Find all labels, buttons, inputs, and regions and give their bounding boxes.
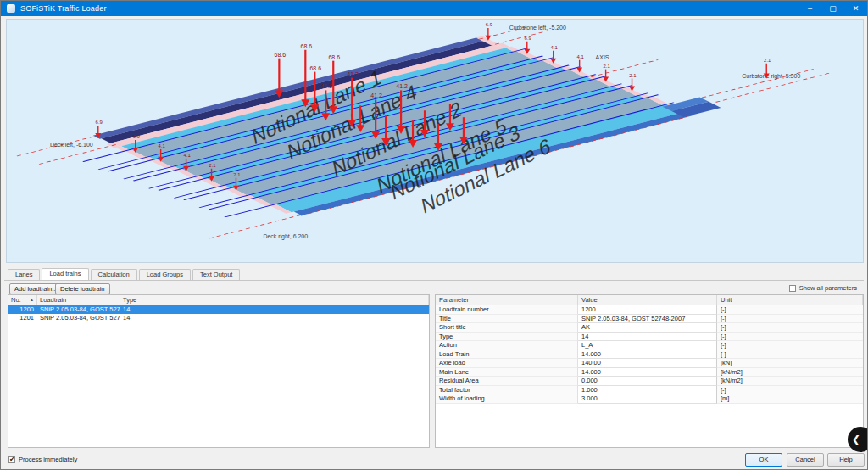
process-immediately[interactable]: ✔ Process immediately [8,456,77,463]
value-cell[interactable]: L_A [578,341,717,350]
show-all-parameters[interactable]: Show all parameters [789,284,857,292]
column-parameter: Parameter [436,295,578,305]
tab-load-groups[interactable]: Load Groups [139,269,191,280]
parameter-table-header: Parameter Value Unit [436,295,863,305]
load-value-label: 2.1 [603,64,610,69]
close-icon[interactable]: ✕ [844,1,867,16]
parameter-row: Load Train14.000[-] [436,350,863,360]
parameter-table[interactable]: Parameter Value Unit Loadtrain number120… [435,294,864,448]
tab-calculation[interactable]: Calculation [91,269,137,280]
cell: 14 [120,305,429,314]
cell: [-] [717,386,863,395]
load-value-label: 4.1 [551,45,559,50]
tab-lanes[interactable]: Lanes [8,269,40,280]
value-cell[interactable]: 14 [578,333,717,342]
load-value-label: 4.1 [158,143,165,148]
footer-divider [4,450,864,450]
value-cell[interactable]: AK [578,323,717,333]
load-value-label: 2.1 [209,163,216,168]
parameter-row: ActionL_A[-] [436,341,863,350]
window-controls: – ▢ ✕ [798,1,867,16]
load-value-label: 68.6 [309,65,321,71]
cell: [-] [717,341,863,350]
delete-loadtrain-button[interactable]: Delete loadtrain [55,283,110,294]
app-icon [7,4,15,13]
load-value-label: 2.1 [629,73,637,78]
value-cell[interactable]: SNiP 2.05.03-84, GOST 52748-2007 [578,315,717,324]
parameter-row: Loadtrain number1200[-] [436,305,863,315]
load-value-label: 68.6 [301,43,313,49]
load-value-label: 68.6 [328,54,340,60]
column-loadtrain[interactable]: Loadtrain [37,295,120,305]
show-all-checkbox[interactable] [789,285,796,292]
tab-load-trains[interactable]: Load trains [42,268,88,280]
cell: Load Train [436,350,578,360]
load-value-label: 41.2 [370,92,382,98]
title-bar: SOFiSTiK Traffic Loader – ▢ ✕ [1,1,867,16]
cell: Short title [436,323,578,333]
cell: Width of loading [436,394,578,404]
loadtrain-rows: 1200SNiP 2.05.03-84, GOST 52748-20071412… [8,305,429,322]
cell: 1201 [8,314,37,322]
column-type[interactable]: Type [120,295,429,305]
scene-annotation: AXIS [596,54,609,60]
3d-viewport[interactable]: Notional Lane 1Notional Lane 4Notional L… [6,19,864,263]
parameter-row: Width of loading3.000[m] [436,394,863,404]
cancel-button[interactable]: Cancel [787,453,824,467]
load-value-label: 6.9 [96,120,103,125]
parameter-row: TitleSNiP 2.05.03-84, GOST 52748-2007[-] [436,315,863,324]
load-value-label: 41.2 [320,83,332,89]
cell: [kN/m2] [717,368,863,378]
value-cell[interactable]: 1200 [578,305,717,315]
scene-annotation: Curbstone left, -5.200 [509,25,566,31]
tab-text-output[interactable]: Text Output [192,269,240,280]
window-title: SOFiSTiK Traffic Loader [20,4,107,13]
cell: Type [436,333,578,342]
show-all-label: Show all parameters [799,284,857,292]
parameter-row: Total factor1.000[-] [436,386,863,395]
cell: Loadtrain number [436,305,578,315]
value-cell[interactable]: 3.000 [578,394,717,404]
value-cell[interactable]: 0.000 [578,377,717,386]
load-value-label: 68.6 [275,52,287,58]
cell: [kN] [717,359,863,368]
column-value: Value [578,295,717,305]
cell: [-] [717,305,863,315]
cell: [m] [717,394,863,404]
value-cell[interactable]: 14.000 [578,350,717,360]
cell: [-] [717,350,863,360]
process-checkbox[interactable]: ✔ [8,456,15,463]
loadtrain-table[interactable]: No. ▲ Loadtrain Type 1200SNiP 2.05.03-84… [8,294,430,448]
cell: SNiP 2.05.03-84, GOST 52748-2007 [37,314,120,322]
overlay-chevron-icon: ❮ [852,434,860,445]
scene-svg: Notional Lane 1Notional Lane 4Notional L… [7,20,863,262]
column-no[interactable]: No. ▲ [8,295,37,305]
floating-overlay-icon[interactable]: ❮ [848,427,868,452]
minimize-icon[interactable]: – [798,1,821,16]
cell: 1200 [8,305,37,314]
cell: [-] [717,333,863,342]
cell: SNiP 2.05.03-84, GOST 52748-2007 [37,305,120,314]
maximize-icon[interactable]: ▢ [821,1,844,16]
parameter-row: Short titleAK[-] [436,323,863,333]
load-value-label: 4.1 [576,54,584,59]
load-value-label: 2.1 [764,58,771,63]
loadtrain-row[interactable]: 1200SNiP 2.05.03-84, GOST 52748-200714 [8,305,429,314]
sort-asc-icon: ▲ [30,296,34,304]
scene-annotation: Deck left, -6.100 [50,142,93,148]
parameter-row: Main Lane14.000[kN/m2] [436,368,863,378]
value-cell[interactable]: 14.000 [578,368,717,378]
load-value-label: 41.2 [396,83,408,89]
cell: Residual Area [436,377,578,386]
load-value-label: 6.9 [486,22,493,27]
value-cell[interactable]: 1.000 [578,386,717,395]
ok-button[interactable]: OK [745,453,782,467]
value-cell[interactable]: 140.00 [578,359,717,368]
scene-annotation: Curbstone right, 5.300 [742,73,800,80]
cell: Total factor [436,386,578,395]
cell: [kN/m2] [717,377,863,386]
load-value-label: 6.9 [133,134,141,139]
scene-annotation: Deck right, 6.200 [263,233,308,240]
help-button[interactable]: Help [827,453,865,467]
loadtrain-row[interactable]: 1201SNiP 2.05.03-84, GOST 52748-200714 [8,314,429,322]
